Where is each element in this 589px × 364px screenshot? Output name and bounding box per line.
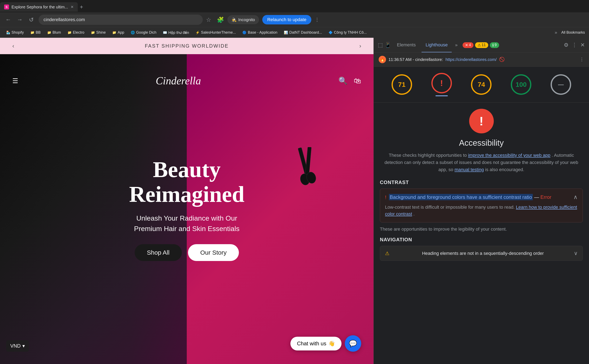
warning-badge[interactable]: ⚠ 11	[475, 42, 488, 48]
navigation-card[interactable]: ⚠ Heading elements are not in a sequenti…	[380, 246, 583, 261]
devtools-menu-icon[interactable]: ⋮	[572, 42, 577, 48]
contrast-error-badge: Error	[540, 194, 551, 200]
contrast-section-title: CONTRAST	[380, 180, 583, 185]
tab-elements[interactable]: Elements	[393, 38, 420, 52]
bookmark-shine-label: Shine	[96, 30, 106, 35]
bookmark-google-label: Google Dich	[136, 30, 156, 35]
announcement-bar: ‹ FAST SHIPPING WORLDWIDE ›	[0, 38, 373, 54]
bookmark-blum-label: Blum	[52, 30, 61, 35]
bookmark-shopify[interactable]: 🏪 Shopify	[4, 30, 26, 35]
new-tab-button[interactable]: +	[80, 4, 83, 10]
accessibility-link1[interactable]: improve the accessibility of your web ap…	[468, 153, 550, 158]
browser-chrome: S Explore Sephora for the ultim... ✕ + ←…	[0, 0, 589, 38]
currency-selector-button[interactable]: VND ▾	[6, 340, 29, 352]
chrome-menu-icon[interactable]: ⋮	[315, 17, 320, 23]
more-bookmarks-icon[interactable]: »	[555, 30, 557, 35]
bookmark-sales-icon: ⚡	[196, 31, 200, 34]
navigation-warning-icon: ⚠	[385, 251, 390, 256]
device-toolbar-icon[interactable]: 📱	[385, 42, 391, 48]
chat-with-us-button[interactable]: Chat with us 👋	[290, 337, 341, 351]
opportunities-text: These are opportunities to improve the l…	[380, 227, 583, 232]
error-badge[interactable]: ✕ 4	[463, 42, 473, 48]
bookmark-app[interactable]: 📁 App	[110, 30, 126, 35]
contrast-chevron-icon[interactable]: ∧	[573, 194, 578, 201]
chat-widget: Chat with us 👋 💬	[290, 335, 361, 352]
our-story-button[interactable]: Our Story	[188, 244, 239, 261]
bookmark-dat[interactable]: 📊 DatNT Dashboard...	[282, 30, 324, 35]
more-devtools-tabs-icon[interactable]: »	[453, 41, 459, 49]
score-seo[interactable]: 100	[511, 74, 531, 95]
devtools-settings-icon[interactable]: ⚙	[564, 42, 569, 48]
shop-all-button[interactable]: Shop All	[135, 244, 182, 261]
bookmark-cong-ty[interactable]: 🔷 Công ty TNHH Cô...	[327, 30, 369, 35]
bookmark-email[interactable]: ✉️ Hộp thư đến	[161, 30, 191, 36]
bookmark-app-icon: 📁	[112, 31, 116, 34]
all-bookmarks-label[interactable]: All Bookmarks	[561, 30, 585, 35]
cart-icon[interactable]: 🛍	[354, 77, 361, 85]
performance-ring: 71	[392, 74, 412, 95]
svg-rect-1	[305, 147, 311, 176]
active-tab[interactable]: S Explore Sephora for the ultim... ✕	[0, 2, 78, 12]
bookmark-email-icon: ✉️	[163, 31, 167, 34]
bookmark-email-label: Hộp thư đến	[168, 30, 189, 35]
contrast-period: .	[413, 211, 415, 216]
bookmark-google-icon: 🌐	[131, 31, 135, 34]
bookmark-shine-icon: 📁	[91, 31, 95, 34]
url-input[interactable]	[39, 15, 203, 25]
bookmark-bb[interactable]: 📁 BB	[28, 30, 43, 35]
currency-arrow-icon: ▾	[22, 343, 25, 349]
forward-button[interactable]: →	[16, 16, 24, 24]
toolbar-icons: 🧩	[217, 16, 224, 23]
incognito-label: Incognito	[238, 17, 255, 22]
bookmark-icon[interactable]: ☆	[206, 16, 211, 23]
tab-close-icon[interactable]: ✕	[71, 5, 74, 9]
incognito-icon: 🕵	[231, 17, 237, 22]
accessibility-link2[interactable]: manual testing	[455, 167, 484, 172]
site-header: ☰ Cinderella 🔍 🛍	[0, 71, 373, 91]
score-best-practices[interactable]: 74	[471, 74, 491, 95]
relaunch-button[interactable]: Relaunch to update	[262, 15, 311, 24]
devtools-content: ! Accessibility These checks highlight o…	[374, 103, 589, 364]
currency-label: VND	[10, 343, 21, 349]
contrast-card: ! Background and foreground colors have …	[380, 188, 583, 223]
lighthouse-refresh-icon[interactable]: 🚫	[499, 57, 505, 62]
announcement-prev-button[interactable]: ‹	[12, 43, 14, 49]
extensions-icon[interactable]: 🧩	[217, 16, 224, 23]
active-score-indicator	[436, 95, 448, 96]
score-accessibility[interactable]: !	[431, 73, 452, 96]
reload-button[interactable]: ↺	[27, 16, 35, 24]
tab-bar: S Explore Sephora for the ultim... ✕ +	[0, 0, 589, 12]
lighthouse-menu-icon[interactable]: ⋮	[580, 57, 584, 62]
address-bar: ← → ↺ ☆ 🧩 🕵 Incognito Relaunch to update…	[0, 12, 589, 27]
bookmark-base-label: Base - Application	[248, 30, 277, 35]
info-badge[interactable]: ℹ 9	[490, 42, 499, 48]
navigation-card-title: Heading elements are not in a sequential…	[422, 251, 544, 256]
score-performance[interactable]: 71	[392, 74, 412, 95]
accessibility-title: Accessibility	[380, 138, 583, 148]
chat-icon-button[interactable]: 💬	[345, 335, 361, 352]
tab-lighthouse[interactable]: Lighthouse	[422, 38, 452, 52]
best-practices-ring: 74	[471, 74, 491, 95]
bookmark-electro-label: Electro	[73, 30, 84, 35]
bookmark-base[interactable]: 🔵 Base - Application	[240, 30, 279, 35]
search-icon[interactable]: 🔍	[338, 77, 348, 85]
hero-buttons: Shop All Our Story	[105, 244, 269, 261]
hamburger-menu-icon[interactable]: ☰	[12, 77, 18, 85]
bookmark-blum[interactable]: 📁 Blum	[45, 30, 63, 35]
bookmark-google-dich[interactable]: 🌐 Google Dich	[129, 30, 158, 35]
incognito-button[interactable]: 🕵 Incognito	[227, 15, 259, 24]
bookmark-sales[interactable]: ⚡ SalesHunterTheme...	[194, 30, 238, 35]
announcement-next-button[interactable]: ›	[359, 43, 361, 49]
bookmark-cong-ty-label: Công ty TNHH Cô...	[334, 30, 367, 35]
navigation-section: NAVIGATION ⚠ Heading elements are not in…	[380, 237, 583, 261]
devtools-close-icon[interactable]: ✕	[580, 42, 585, 48]
contrast-error-icon: !	[385, 195, 386, 200]
inspect-element-icon[interactable]: ⬚	[378, 42, 383, 48]
back-button[interactable]: ←	[4, 16, 12, 24]
bookmark-electro[interactable]: 📁 Electro	[65, 30, 86, 35]
contrast-desc-text: Low-contrast text is difficult or imposs…	[385, 205, 516, 210]
navigation-chevron-icon[interactable]: ∨	[574, 250, 578, 256]
bookmark-shine[interactable]: 📁 Shine	[89, 30, 108, 35]
score-pwa[interactable]: —	[551, 74, 571, 95]
lighthouse-url[interactable]: https://cinderellastores.com/	[445, 57, 497, 62]
